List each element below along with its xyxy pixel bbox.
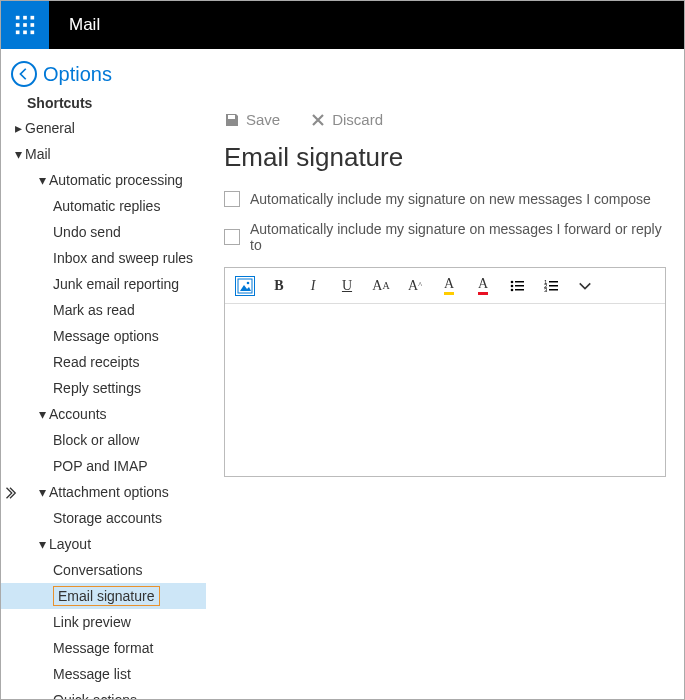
nav-automatic-replies[interactable]: Automatic replies <box>1 193 206 219</box>
svg-rect-3 <box>16 23 20 27</box>
nav-message-list[interactable]: Message list <box>1 661 206 687</box>
number-list-icon: 123 <box>543 278 559 294</box>
nav-undo-send[interactable]: Undo send <box>1 219 206 245</box>
app-title: Mail <box>69 15 100 35</box>
nav-email-signature[interactable]: Email signature <box>1 583 206 609</box>
svg-marker-10 <box>240 285 251 291</box>
svg-rect-8 <box>31 31 35 35</box>
nav-reply-settings[interactable]: Reply settings <box>1 375 206 401</box>
bullet-list-button[interactable] <box>507 276 527 296</box>
svg-rect-13 <box>515 281 524 283</box>
nav-message-format[interactable]: Message format <box>1 635 206 661</box>
signature-textarea[interactable] <box>225 304 665 476</box>
nav-layout[interactable]: ▾Layout <box>1 531 206 557</box>
save-button[interactable]: Save <box>224 111 280 128</box>
nav-inbox-sweep[interactable]: Inbox and sweep rules <box>1 245 206 271</box>
svg-point-14 <box>511 284 514 287</box>
checkbox-sig-new[interactable] <box>224 191 240 207</box>
discard-button[interactable]: Discard <box>310 111 383 128</box>
save-label: Save <box>246 111 280 128</box>
svg-rect-2 <box>31 16 35 20</box>
svg-rect-19 <box>549 281 558 283</box>
underline-button[interactable]: U <box>337 276 357 296</box>
highlight-button[interactable]: A <box>439 276 459 296</box>
italic-button[interactable]: I <box>303 276 323 296</box>
insert-image-button[interactable] <box>235 276 255 296</box>
options-back-button[interactable]: Options <box>1 49 684 91</box>
nav-accounts[interactable]: ▾Accounts <box>1 401 206 427</box>
nav-conversations[interactable]: Conversations <box>1 557 206 583</box>
image-icon <box>237 278 253 294</box>
nav-quick-actions[interactable]: Quick actions <box>1 687 206 700</box>
svg-rect-4 <box>23 23 27 27</box>
options-title: Options <box>43 63 112 86</box>
back-icon <box>11 61 37 87</box>
save-icon <box>224 112 240 128</box>
checkbox-sig-reply-label: Automatically include my signature on me… <box>250 221 666 253</box>
nav-attachment-options[interactable]: ▾Attachment options <box>1 479 206 505</box>
svg-rect-0 <box>16 16 20 20</box>
nav-message-options[interactable]: Message options <box>1 323 206 349</box>
nav-storage-accounts[interactable]: Storage accounts <box>1 505 206 531</box>
svg-point-16 <box>511 288 514 291</box>
nav-mail[interactable]: ▾Mail <box>1 141 206 167</box>
checkbox-sig-reply[interactable] <box>224 229 240 245</box>
editor-toolbar: B I U AA A^ A A 123 <box>225 268 665 304</box>
shortcuts-heading: Shortcuts <box>1 95 206 115</box>
svg-rect-15 <box>515 285 524 287</box>
nav-link-preview[interactable]: Link preview <box>1 609 206 635</box>
svg-rect-1 <box>23 16 27 20</box>
discard-label: Discard <box>332 111 383 128</box>
bullet-list-icon <box>509 278 525 294</box>
svg-rect-5 <box>31 23 35 27</box>
svg-rect-6 <box>16 31 20 35</box>
nav-block-allow[interactable]: Block or allow <box>1 427 206 453</box>
options-sidebar: Shortcuts ▸General ▾Mail ▾Automatic proc… <box>1 91 206 699</box>
bold-button[interactable]: B <box>269 276 289 296</box>
app-launcher-button[interactable] <box>1 1 49 49</box>
content-area: Save Discard Email signature Automatical… <box>206 91 684 699</box>
nav-automatic-processing[interactable]: ▾Automatic processing <box>1 167 206 193</box>
waffle-icon <box>14 14 36 36</box>
superscript-button[interactable]: A^ <box>405 276 425 296</box>
svg-rect-17 <box>515 289 524 291</box>
signature-editor: B I U AA A^ A A 123 <box>224 267 666 477</box>
nav-junk-email[interactable]: Junk email reporting <box>1 271 206 297</box>
expand-handle[interactable] <box>3 486 17 504</box>
more-formatting-button[interactable] <box>575 276 595 296</box>
discard-icon <box>310 112 326 128</box>
number-list-button[interactable]: 123 <box>541 276 561 296</box>
chevron-down-icon <box>578 279 592 293</box>
nav-pop-imap[interactable]: POP and IMAP <box>1 453 206 479</box>
svg-point-11 <box>247 281 250 284</box>
svg-rect-23 <box>549 289 558 291</box>
nav-mark-as-read[interactable]: Mark as read <box>1 297 206 323</box>
svg-point-12 <box>511 280 514 283</box>
font-size-button[interactable]: AA <box>371 276 391 296</box>
nav-general[interactable]: ▸General <box>1 115 206 141</box>
nav-read-receipts[interactable]: Read receipts <box>1 349 206 375</box>
svg-rect-7 <box>23 31 27 35</box>
svg-text:3: 3 <box>544 287 548 293</box>
font-color-button[interactable]: A <box>473 276 493 296</box>
checkbox-sig-new-label: Automatically include my signature on ne… <box>250 191 651 207</box>
page-title: Email signature <box>224 142 666 173</box>
svg-rect-21 <box>549 285 558 287</box>
